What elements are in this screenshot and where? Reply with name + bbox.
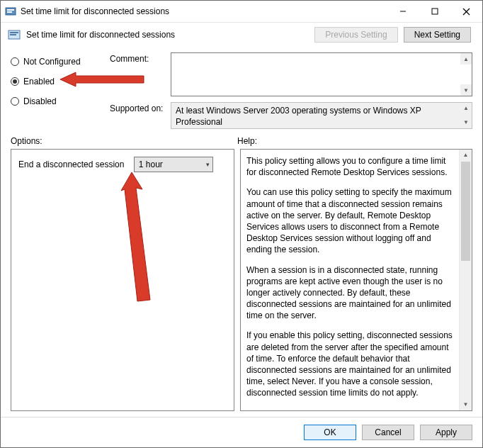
titlebar: Set time limit for disconnected sessions xyxy=(1,1,482,23)
option-end-session-label: End a disconnected session xyxy=(18,159,124,169)
policy-icon xyxy=(8,28,21,41)
radio-circle xyxy=(11,57,19,66)
policy-dialog-window: Set time limit for disconnected sessions… xyxy=(0,0,483,448)
close-button[interactable] xyxy=(450,1,482,22)
svg-rect-1 xyxy=(7,9,14,11)
radio-disabled[interactable]: Disabled xyxy=(11,96,110,106)
dropdown-value: 1 hour xyxy=(139,159,163,169)
options-panel: End a disconnected session 1 hour ▾ xyxy=(11,149,234,411)
end-session-dropdown[interactable]: 1 hour ▾ xyxy=(134,157,213,172)
minimize-button[interactable] xyxy=(387,1,419,22)
header: Set time limit for disconnected sessions… xyxy=(1,23,482,47)
svg-rect-4 xyxy=(432,9,438,14)
next-setting-button[interactable]: Next Setting xyxy=(404,27,471,43)
help-panel: This policy setting allows you to config… xyxy=(240,149,472,411)
scroll-up-icon[interactable]: ▲ xyxy=(460,53,472,65)
scroll-down-icon[interactable]: ▼ xyxy=(460,399,472,410)
radio-not-configured[interactable]: Not Configured xyxy=(11,57,110,67)
radio-label: Not Configured xyxy=(23,57,81,67)
supported-on-box: At least Windows Server 2003 operating s… xyxy=(171,102,472,129)
scroll-up-icon[interactable]: ▲ xyxy=(460,150,472,161)
radio-enabled[interactable]: Enabled xyxy=(11,77,110,86)
apply-button[interactable]: Apply xyxy=(420,425,472,440)
help-label: Help: xyxy=(237,136,472,146)
help-text: This policy setting allows you to config… xyxy=(246,155,458,178)
cancel-button[interactable]: Cancel xyxy=(362,425,414,440)
chevron-down-icon: ▾ xyxy=(206,161,210,168)
window-title: Set time limit for disconnected sessions xyxy=(21,6,387,16)
help-text: You can use this policy setting to speci… xyxy=(246,186,458,255)
help-text: When a session is in a disconnected stat… xyxy=(246,264,458,322)
radio-circle xyxy=(11,97,19,106)
dialog-footer: OK Cancel Apply xyxy=(1,417,482,447)
scroll-up-icon[interactable]: ▲ xyxy=(460,103,472,114)
scroll-down-icon[interactable]: ▼ xyxy=(460,117,472,128)
annotation-arrow-dropdown xyxy=(103,172,160,307)
help-scrollbar[interactable]: ▲ ▼ xyxy=(459,150,472,410)
ok-button[interactable]: OK xyxy=(304,425,356,440)
state-radio-group: Not Configured Enabled Disabled xyxy=(11,52,110,129)
svg-marker-11 xyxy=(121,172,150,301)
section-labels: Options: Help: xyxy=(1,132,482,149)
settings-area: Not Configured Enabled Disabled Comment: xyxy=(1,47,482,132)
previous-setting-button: Previous Setting xyxy=(314,27,397,43)
comment-textarea[interactable]: ▲ ▼ xyxy=(171,52,472,96)
radio-circle xyxy=(11,77,19,86)
svg-rect-8 xyxy=(10,32,18,33)
svg-rect-2 xyxy=(7,11,12,13)
supported-label: Supported on: xyxy=(110,102,171,129)
maximize-button[interactable] xyxy=(419,1,450,22)
supported-on-text: At least Windows Server 2003 operating s… xyxy=(176,106,421,127)
panels: End a disconnected session 1 hour ▾ This… xyxy=(1,149,482,417)
scroll-thumb[interactable] xyxy=(461,162,470,261)
comment-label: Comment: xyxy=(110,52,171,96)
svg-rect-9 xyxy=(10,34,16,35)
scroll-down-icon[interactable]: ▼ xyxy=(460,84,472,96)
app-icon xyxy=(5,6,16,17)
options-label: Options: xyxy=(11,136,237,146)
help-text: If you enable this policy setting, disco… xyxy=(246,330,458,398)
header-title: Set time limit for disconnected sessions xyxy=(26,30,314,40)
radio-label: Disabled xyxy=(23,96,57,106)
radio-label: Enabled xyxy=(23,77,55,86)
window-controls xyxy=(387,1,482,22)
